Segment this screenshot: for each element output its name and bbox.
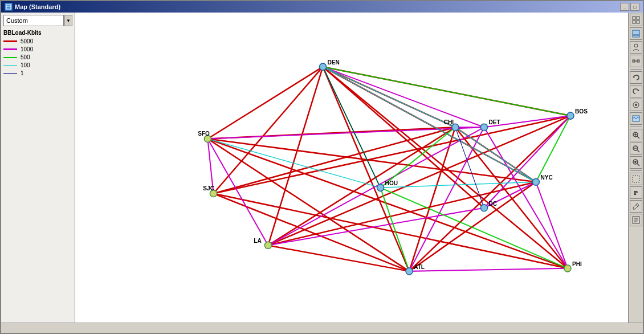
legend-line xyxy=(3,73,17,74)
svg-point-81 xyxy=(634,161,636,163)
legend-line xyxy=(3,40,17,42)
toolbar-sep-3 xyxy=(630,170,642,171)
svg-line-24 xyxy=(268,245,409,271)
label-SJC: SJC xyxy=(203,185,214,192)
svg-line-34 xyxy=(484,116,570,208)
network-svg: DEN BOS CHI DET NYC SFO SJC xyxy=(75,13,628,323)
redo-button[interactable] xyxy=(630,85,642,97)
toolbar-sep-2 xyxy=(630,127,642,127)
legend-label: 5000 xyxy=(21,38,33,44)
dropdown-value: Custom xyxy=(6,17,28,24)
svg-line-47 xyxy=(536,116,570,182)
svg-line-38 xyxy=(484,127,568,268)
window-icon xyxy=(5,3,13,11)
bottom-bar xyxy=(1,323,643,333)
svg-point-61 xyxy=(634,44,638,47)
node-DEN[interactable] xyxy=(319,63,326,70)
toolbar-sep-1 xyxy=(630,69,642,70)
legend-items: 500010005001001 xyxy=(3,38,72,76)
label-DC: DC xyxy=(488,201,497,207)
node-DC[interactable] xyxy=(480,205,487,211)
layout-button[interactable] xyxy=(630,27,642,40)
svg-line-14 xyxy=(207,139,536,182)
label-DET: DET xyxy=(488,119,500,125)
legend-title: BBLoad-Kbits xyxy=(3,30,72,36)
label-NYC: NYC xyxy=(540,174,553,181)
status-text xyxy=(3,325,5,331)
left-panel: Custom ▼ BBLoad-Kbits 500010005001001 xyxy=(1,13,75,323)
svg-line-6 xyxy=(323,67,409,271)
legend-item: 1000 xyxy=(3,46,72,52)
legend-label: 1 xyxy=(21,70,24,76)
edit-button[interactable] xyxy=(630,200,642,213)
content-area: Custom ▼ BBLoad-Kbits 500010005001001 xyxy=(1,13,643,323)
svg-rect-57 xyxy=(633,21,635,23)
title-bar-left: Map (Standard) xyxy=(5,3,60,11)
node-ATL[interactable] xyxy=(406,268,413,275)
svg-line-71 xyxy=(637,136,639,139)
svg-line-40 xyxy=(409,268,568,271)
svg-rect-60 xyxy=(633,35,639,37)
legend-line xyxy=(3,65,17,66)
svg-line-48 xyxy=(323,67,455,127)
window-frame: Map (Standard) _ □ Custom ▼ BBLoad-Kbits… xyxy=(0,0,644,334)
label-SFO: SFO xyxy=(198,131,210,137)
legend-item: 500 xyxy=(3,54,72,60)
svg-line-83 xyxy=(636,205,638,206)
svg-line-42 xyxy=(323,67,570,116)
legend-line xyxy=(3,48,17,50)
legend-item: 100 xyxy=(3,62,72,68)
label-PHI: PHI xyxy=(572,261,582,267)
svg-line-44 xyxy=(381,127,455,188)
svg-line-2 xyxy=(207,67,323,139)
label-DEN: DEN xyxy=(328,59,340,66)
main-canvas[interactable]: DEN BOS CHI DET NYC SFO SJC xyxy=(75,13,628,323)
svg-rect-59 xyxy=(633,30,639,35)
svg-rect-0 xyxy=(6,5,11,9)
info-button[interactable] xyxy=(630,214,642,226)
maximize-button[interactable]: □ xyxy=(630,3,639,11)
node-DET[interactable] xyxy=(480,124,487,131)
legend-item: 1 xyxy=(3,70,72,76)
legend-line xyxy=(3,57,17,58)
svg-line-25 xyxy=(214,193,410,271)
title-bar-buttons: _ □ xyxy=(620,3,639,11)
view-dropdown[interactable]: Custom xyxy=(3,15,64,26)
node-LA[interactable] xyxy=(264,242,271,249)
svg-rect-56 xyxy=(637,17,639,19)
node-NYC[interactable] xyxy=(532,178,539,185)
node-PHI[interactable] xyxy=(564,265,571,272)
node-BOS[interactable] xyxy=(567,112,574,119)
svg-rect-69 xyxy=(633,116,639,121)
legend-label: 100 xyxy=(21,62,30,68)
legend-item: 5000 xyxy=(3,38,72,44)
connect-button[interactable] xyxy=(630,55,642,67)
person-button[interactable] xyxy=(630,41,642,54)
label-HOU: HOU xyxy=(385,180,398,186)
svg-rect-55 xyxy=(633,17,635,19)
svg-line-12 xyxy=(207,139,409,271)
svg-rect-58 xyxy=(637,21,639,23)
svg-rect-82 xyxy=(633,176,639,182)
right-toolbar: P xyxy=(628,13,643,323)
window-title: Map (Standard) xyxy=(15,3,60,10)
grid-button[interactable] xyxy=(630,14,642,26)
label-ATL: ATL xyxy=(414,264,425,270)
label-BOS: BOS xyxy=(575,108,588,115)
pointer-button[interactable]: P xyxy=(630,186,642,199)
minimize-button[interactable]: _ xyxy=(620,3,629,11)
zoom-fit-button[interactable] xyxy=(630,156,642,169)
svg-point-68 xyxy=(635,104,637,106)
dropdown-arrow[interactable]: ▼ xyxy=(64,15,72,26)
zoom-out-button[interactable] xyxy=(630,142,642,155)
select-button[interactable] xyxy=(630,173,642,185)
svg-line-78 xyxy=(637,164,639,166)
undo-button[interactable] xyxy=(630,71,642,84)
map-button[interactable] xyxy=(630,112,642,125)
zoom-in-button[interactable] xyxy=(630,129,642,141)
legend-label: 1000 xyxy=(21,46,33,52)
node-HOU[interactable] xyxy=(377,184,384,191)
label-LA: LA xyxy=(254,238,262,244)
legend-label: 500 xyxy=(21,54,30,60)
zoom-circle-button[interactable] xyxy=(630,99,642,111)
